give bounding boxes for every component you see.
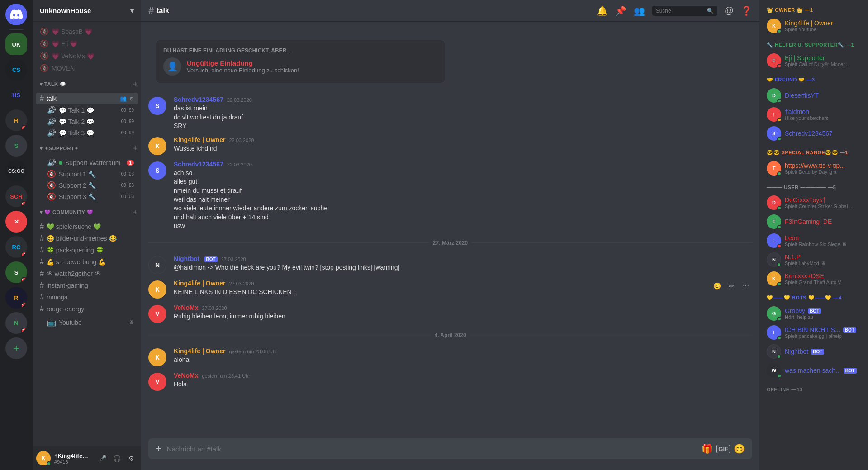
- bell-icon[interactable]: 🔔: [597, 5, 608, 16]
- channel-instant-gaming[interactable]: # instant-gaming: [36, 280, 138, 291]
- gift-icon[interactable]: 🎁: [702, 443, 713, 454]
- add-community-button[interactable]: +: [133, 208, 138, 217]
- message-author[interactable]: Schredv1234567: [174, 96, 223, 103]
- message-author[interactable]: Schredv1234567: [174, 161, 223, 168]
- add-channel-button[interactable]: +: [133, 80, 138, 89]
- voice-talk1[interactable]: 🔊 💬 Talk 1 💬 00 99: [36, 104, 138, 116]
- server-5[interactable]: S: [5, 135, 27, 157]
- server-3[interactable]: HS: [5, 84, 27, 106]
- message-input[interactable]: [167, 440, 696, 458]
- attach-file-button[interactable]: +: [156, 438, 161, 459]
- channel-rouge-energy[interactable]: # rouge-energy: [36, 303, 138, 315]
- server-11[interactable]: R 24: [5, 287, 27, 309]
- member-decrxxx[interactable]: D DeCrxxx†oys† Spielt Counter-Strike: Gl…: [763, 194, 864, 212]
- invite-icon: 👤: [163, 57, 181, 76]
- member-kentxxx[interactable]: K Kentxxx+DSE Spielt Grand Theft Auto V: [763, 270, 864, 288]
- message-header-venomx2: VeNoMx gestern um 23:41 Uhr: [174, 372, 752, 379]
- server-10[interactable]: S 37: [5, 261, 27, 283]
- channel-mmoga[interactable]: # mmoga: [36, 291, 138, 303]
- date-text: 27. März 2020: [433, 240, 468, 246]
- search-bar[interactable]: Suche 🔍: [652, 6, 717, 16]
- voice-support3[interactable]: 🔇 Support 3 🔧 00 03: [36, 191, 138, 202]
- server-2[interactable]: CS: [5, 59, 27, 81]
- add-server-button[interactable]: +: [5, 337, 27, 359]
- server-7[interactable]: SCH 20: [5, 185, 27, 207]
- server-unknownhouse[interactable]: UK: [5, 33, 27, 55]
- server-6[interactable]: CS:GO: [5, 160, 27, 182]
- server-4[interactable]: R 2: [5, 109, 27, 131]
- channel-spielersuche[interactable]: # 💚 spielersuche 💚: [36, 221, 138, 233]
- mute-icon: 🔇: [40, 27, 49, 36]
- message-author[interactable]: VeNoMx: [174, 372, 198, 379]
- server-header[interactable]: UnknownHouse ▾: [33, 0, 141, 22]
- member-dieserflisyt[interactable]: D DieserflisYT: [763, 86, 864, 104]
- category-support[interactable]: ▾ ✦SUPPORT✦ +: [33, 142, 141, 155]
- emoji-react-button[interactable]: 😊: [711, 280, 723, 292]
- bot-tag: BOT: [844, 368, 857, 374]
- member-nightbot2[interactable]: N Nightbot BOT: [763, 342, 864, 361]
- help-icon[interactable]: ❓: [741, 5, 752, 16]
- member-name: Schredv1234567: [785, 130, 833, 137]
- channel-settings-icon[interactable]: ⚙: [129, 96, 134, 102]
- category-talk[interactable]: ▾ TALK 💬 +: [33, 78, 141, 91]
- deafen-button[interactable]: 🎧: [110, 452, 123, 465]
- member-name: Eji | Supporter: [785, 54, 849, 62]
- more-options-button[interactable]: ⋯: [740, 280, 752, 292]
- members-icon[interactable]: 👥: [634, 5, 645, 16]
- voice-talk2[interactable]: 🔊 💬 Talk 2 💬 00 99: [36, 116, 138, 127]
- channel-bilder-memes[interactable]: # 😂 bilder-und-memes 😂: [36, 233, 138, 244]
- member-leon[interactable]: L Leon Spielt Rainbow Six Siege 🖥: [763, 232, 864, 250]
- message-author[interactable]: Nightbot: [174, 255, 200, 262]
- voice-support1[interactable]: 🔇 Support 1 🔧 00 03: [36, 168, 138, 180]
- at-icon[interactable]: @: [725, 5, 734, 16]
- member-taidmon[interactable]: † †aidmon i like your sketchers: [763, 105, 864, 123]
- channel-watch2gether[interactable]: # 👁 watch2gether 👁: [36, 268, 138, 280]
- voice-talk3[interactable]: 🔊 💬 Talk 3 💬 00 99: [36, 127, 138, 138]
- member-eji[interactable]: E Eji | Supporter Spielt Call of Duty®: …: [763, 52, 864, 70]
- message-author[interactable]: King4life | Owner: [174, 347, 225, 355]
- voice-support2[interactable]: 🔇 Support 2 🔧 00 03: [36, 180, 138, 191]
- category-community[interactable]: ▾ 💜 COMMUNITY 💜 +: [33, 206, 141, 219]
- member-schredv[interactable]: S Schredv1234567: [763, 124, 864, 142]
- member-groovy[interactable]: G Groovy BOT Hört -help zu: [763, 304, 864, 323]
- channel-st-bewerbung[interactable]: # 💪 s-t-bewerbung 💪: [36, 256, 138, 268]
- edit-message-button[interactable]: ✏: [725, 280, 738, 292]
- voice-icon: 🔊: [47, 106, 56, 114]
- dm-moven[interactable]: 🔇 MOVEN: [36, 62, 138, 74]
- member-info: Kentxxx+DSE Spielt Grand Theft Auto V: [785, 272, 841, 285]
- dm-spastib[interactable]: 🔇 💗 SpastiB 💗: [36, 25, 138, 38]
- message-timestamp: 27.03.2020: [229, 281, 254, 286]
- server-8[interactable]: ✕: [5, 211, 27, 233]
- message-author[interactable]: VeNoMx: [174, 304, 198, 311]
- status-indicator: [777, 317, 782, 321]
- member-name: DieserflisYT: [785, 92, 819, 99]
- member-tts[interactable]: T https://www.tts-v-tip... Spielt Dead b…: [763, 159, 864, 177]
- channel-talk[interactable]: # talk 👥 ⚙: [36, 93, 138, 104]
- mute-button[interactable]: 🎤: [96, 452, 109, 465]
- channel-pack-opening[interactable]: # 🍀 pack-opening 🍀: [36, 244, 138, 256]
- pin-icon[interactable]: 📌: [615, 5, 626, 16]
- server-12[interactable]: N 30: [5, 312, 27, 334]
- member-group-user: ——— USER ————— —5 D DeCrxxx†oys† Spielt …: [763, 185, 864, 288]
- member-n1p[interactable]: N N.1.P Spielt LabyMod 🖥: [763, 251, 864, 269]
- voice-youtube[interactable]: 📺 Youtube 🖥: [36, 317, 138, 328]
- message-text: wo viele leute immer wieder andere zum z…: [174, 204, 752, 213]
- member-f3in[interactable]: F F3InGaming_DE: [763, 213, 864, 231]
- invite-text: Ungültige Einladung Versuch, eine neue E…: [187, 59, 299, 74]
- dm-venomx[interactable]: 🔇 💗 VeNoMx 💗: [36, 50, 138, 62]
- server-9[interactable]: RC 2: [5, 236, 27, 258]
- member-ichnicht[interactable]: I ICH BIN NICHT S... BOT Spielt pancake.…: [763, 323, 864, 342]
- member-king4life[interactable]: K King4life | Owner Spielt Youtube: [763, 17, 864, 35]
- emoji-icon[interactable]: 😊: [734, 443, 745, 454]
- discord-home-button[interactable]: [5, 4, 27, 25]
- dm-eji[interactable]: 🔇 💗 Eji 💗: [36, 38, 138, 50]
- message-author[interactable]: King4life | Owner: [174, 280, 225, 287]
- gif-icon[interactable]: GIF: [716, 445, 730, 453]
- add-support-button[interactable]: +: [133, 144, 138, 153]
- voice-support-warteraum[interactable]: 🔊 Support-Warteraum 1: [36, 157, 138, 168]
- member-info: DeCrxxx†oys† Spielt Counter-Strike: Glob…: [785, 196, 854, 209]
- member-wasmachen[interactable]: W was machen sach... BOT: [763, 361, 864, 380]
- settings-button[interactable]: ⚙: [125, 452, 138, 465]
- message-author[interactable]: King4life | Owner: [174, 136, 225, 143]
- member-info: was machen sach... BOT: [785, 367, 857, 374]
